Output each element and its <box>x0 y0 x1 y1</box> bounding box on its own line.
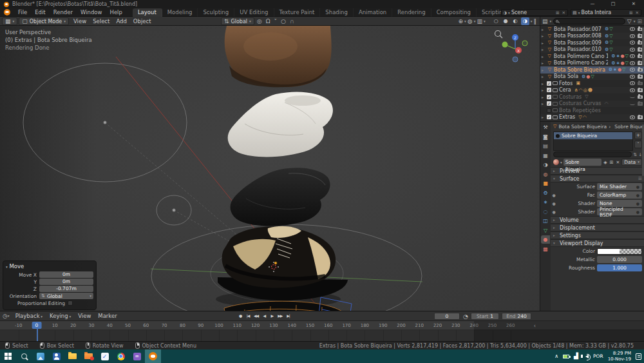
workspace-tab-sculpting[interactable]: Sculpting <box>198 8 234 17</box>
play-button[interactable]: ▶ <box>269 312 275 320</box>
breadcrumb-object[interactable]: Bota Sobre Biqueira <box>558 124 607 130</box>
show-gizmo-icon[interactable]: ⊕ <box>459 17 464 25</box>
expand-arrow-icon[interactable]: ▸ <box>542 74 545 79</box>
shading-solid-icon[interactable]: ● <box>502 17 510 25</box>
hide-in-viewport-icon[interactable] <box>630 48 635 52</box>
properties-tab-object[interactable]: ■ <box>541 179 550 188</box>
hide-in-viewport-icon[interactable] <box>630 61 635 65</box>
hide-in-viewport-icon[interactable] <box>630 103 635 105</box>
new-scene-button[interactable]: ⊞ <box>555 10 560 15</box>
properties-tab-object-data[interactable]: ▽ <box>541 226 550 235</box>
shading-rendered-icon[interactable]: ◑ <box>521 17 529 25</box>
fake-user-button[interactable]: ◈ <box>603 160 607 165</box>
current-frame-field[interactable]: 0 <box>434 313 460 320</box>
orientation-dropdown[interactable]: ⇅Global▾ <box>39 293 93 299</box>
slot-filter-field[interactable] <box>553 152 632 157</box>
outliner-row-extras[interactable]: ▸✓Extras▽◠ <box>540 114 644 121</box>
outliner-row-bota-passador-010[interactable]: ▸▽Bota Passador.010⚙▽ <box>540 46 644 54</box>
hide-in-viewport-icon[interactable] <box>630 115 635 119</box>
move-field-value-2[interactable]: -0.707m <box>39 286 93 292</box>
properties-tab-output[interactable]: ▤ <box>541 142 550 150</box>
outliner-row-costuras[interactable]: ▸✓Costuras▽ <box>540 93 644 101</box>
workspace-tab-uv-editing[interactable]: UV Editing <box>234 8 274 17</box>
show-overlays-icon[interactable]: ◍ <box>468 17 473 25</box>
disable-in-renders-icon[interactable] <box>638 115 643 119</box>
section-viewport-display[interactable]: ▾Viewport Display <box>551 239 644 247</box>
properties-tab-world[interactable]: ◍ <box>541 170 550 179</box>
filter-sort-alpha-icon[interactable]: ⇅ <box>633 152 637 157</box>
minimize-button[interactable]: — <box>582 0 603 8</box>
section-displacement[interactable]: ▸Displacement <box>551 224 644 231</box>
editor-type-button[interactable]: ▦▾ <box>2 17 17 25</box>
properties-tab-scene[interactable]: ◑ <box>541 161 550 169</box>
unlink-scene-button[interactable]: ✕ <box>562 10 566 15</box>
next-keyframe-button[interactable]: ▶▶ <box>276 312 283 320</box>
outliner-row-fotos[interactable]: ▸✓Fotos▣ <box>540 80 644 87</box>
volume-icon[interactable] <box>585 355 589 358</box>
render-pause-icon[interactable]: ‖ <box>534 17 537 25</box>
hide-in-viewport-icon[interactable] <box>630 75 635 79</box>
expand-arrow-icon[interactable]: ▸ <box>542 101 545 106</box>
disable-in-renders-icon[interactable] <box>638 75 643 79</box>
expand-arrow-icon[interactable]: ▸ <box>542 68 545 72</box>
section-surface[interactable]: ▾Surface☰ <box>551 175 644 182</box>
snap-magnet-icon[interactable]: Ω <box>265 17 272 25</box>
outliner-display-mode[interactable]: ▤ <box>542 17 548 25</box>
expand-arrow-icon[interactable]: ▸ <box>542 81 545 86</box>
move-field-value-0[interactable]: 0m <box>39 271 93 278</box>
expand-arrow-icon[interactable]: ▸ <box>542 41 545 45</box>
taskbar-app-chrome[interactable] <box>113 349 129 363</box>
blender-menu-icon[interactable] <box>4 9 10 15</box>
menu-edit[interactable]: Edit <box>31 8 49 17</box>
outliner-row-bota-passador-008[interactable]: ▸▽Bota Passador.008⚙▽ <box>540 33 644 40</box>
hide-in-viewport-icon[interactable] <box>630 81 635 85</box>
expand-arrow-icon[interactable]: ▸ <box>542 61 545 65</box>
proportional-editing-checkbox[interactable] <box>68 300 73 306</box>
frame-end-field[interactable]: End240 <box>502 313 531 320</box>
outliner-options-icon[interactable]: ⊞ <box>637 17 642 25</box>
hide-in-viewport-icon[interactable] <box>630 41 635 44</box>
boot-leather-upper[interactable] <box>225 26 332 87</box>
taskbar-app-todo[interactable] <box>97 349 113 363</box>
outliner-row-bota-sobre-biqueira[interactable]: ▸▽Bota Sobre Biqueira⚙∗●▽ <box>540 66 644 74</box>
workspace-tab-animation[interactable]: Animation <box>354 8 392 17</box>
material-slot-list[interactable]: Sobre Biqueira <box>553 132 633 151</box>
viewport-color-swatch[interactable] <box>597 248 642 255</box>
move-field-value-1[interactable]: 0m <box>39 279 93 285</box>
new-material-button[interactable]: ⊞ <box>609 160 614 165</box>
section-settings[interactable]: ▸Settings <box>551 231 644 239</box>
expand-arrow-icon[interactable]: ▸ <box>542 27 545 32</box>
disable-in-renders-icon[interactable] <box>638 88 643 92</box>
properties-tab-tool[interactable]: ⚒ <box>541 123 550 132</box>
taskbar-app-person[interactable] <box>48 349 64 363</box>
material-datablock-icon[interactable] <box>553 159 559 165</box>
expand-arrow-icon[interactable]: ▸ <box>542 34 545 38</box>
properties-tab-modifiers[interactable]: ⚙ <box>541 189 550 197</box>
action-center-icon[interactable] <box>636 353 641 360</box>
mode-dropdown[interactable]: ▢Object Mode▾ <box>19 17 69 25</box>
close-button[interactable]: ✕ <box>623 0 644 8</box>
collection-checkbox[interactable]: ✓ <box>547 101 551 106</box>
toggle-xray-icon[interactable]: ▥ <box>477 17 482 25</box>
disable-in-renders-icon[interactable] <box>638 82 643 86</box>
properties-tab-physics[interactable]: ◌ <box>541 208 550 216</box>
shading-material-icon[interactable]: ◐ <box>511 17 520 25</box>
timeline-menu-marker[interactable]: Marker <box>95 313 120 319</box>
unlink-material-button[interactable]: ✕ <box>615 160 620 165</box>
outliner-row-bota-sola[interactable]: ▸▽Bota Sola⚙●▽ <box>540 74 644 81</box>
scene-selector[interactable]: ◑▾ Scene ⊞ ✕ <box>501 9 568 16</box>
outliner-row-cera[interactable]: ▸✓Cera⋔◠◎☻ <box>540 87 644 94</box>
timeline-editor-icon[interactable]: ◷ <box>0 312 8 320</box>
menu-render[interactable]: Render <box>50 8 77 17</box>
collection-checkbox[interactable]: ✓ <box>547 95 551 99</box>
shading-wireframe-icon[interactable]: ○ <box>492 17 500 25</box>
section-preview[interactable]: ▸Preview <box>551 167 644 175</box>
properties-tab-view-layer[interactable]: ▦ <box>541 152 550 160</box>
new-view-layer-button[interactable]: ⊞ <box>629 10 633 15</box>
properties-tab-material[interactable]: ● <box>541 235 550 244</box>
surface-field-value-1[interactable]: ColorRamp● <box>597 191 642 199</box>
panel-options-icon[interactable]: ☰ <box>638 176 642 181</box>
expand-arrow-icon[interactable]: ▸ <box>542 47 545 52</box>
orientation-dropdown[interactable]: ⇅Global▾ <box>221 17 254 25</box>
workspace-tab-texture-paint[interactable]: Texture Paint <box>274 8 321 17</box>
